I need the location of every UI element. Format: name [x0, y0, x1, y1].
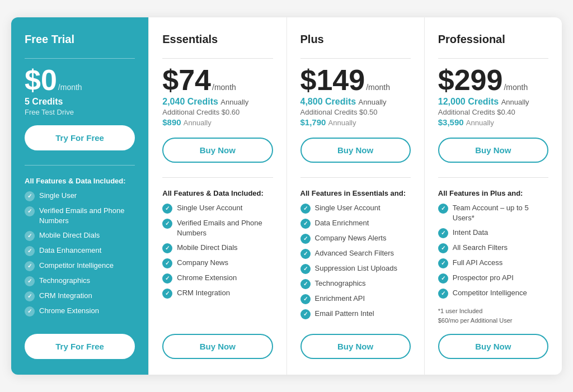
feature-text: Verified Emails and Phone Numbers	[39, 206, 135, 226]
list-item: Single User Account	[300, 203, 411, 214]
check-icon	[300, 234, 311, 244]
feature-text: Data Enhancement	[39, 245, 101, 256]
list-item: Chrome Extension	[25, 306, 135, 317]
feature-list-essentials: Single User AccountVerified Emails and P…	[162, 203, 273, 325]
list-item: Data Enhancement	[25, 245, 135, 256]
btn-bottom-plus[interactable]: Buy Now	[300, 334, 411, 359]
price-row-professional: $299/month	[438, 65, 548, 95]
features-heading-free-trial: All Features & Data Included:	[25, 177, 135, 185]
list-item: Competitor Intelligence	[25, 261, 135, 271]
list-item: Single User Account	[162, 203, 273, 214]
feature-text: Single User Account	[177, 203, 242, 213]
btn-bottom-free-trial[interactable]: Try For Free	[25, 334, 135, 359]
feature-text: Technographics	[39, 276, 90, 286]
btn-bottom-wrap-plus: Buy Now	[300, 325, 411, 359]
btn-bottom-professional[interactable]: Buy Now	[438, 334, 548, 359]
feature-list-plus: Single User AccountData EnrichmentCompan…	[300, 203, 411, 325]
feature-text: CRM Integration	[177, 288, 230, 298]
btn-top-essentials[interactable]: Buy Now	[162, 138, 273, 163]
annually-label-professional: Annually	[466, 119, 494, 127]
check-icon	[162, 258, 172, 268]
price-row-essentials: $74/month	[162, 65, 273, 95]
feature-text: All Search Filters	[453, 243, 508, 253]
feature-list-free-trial: Single UserVerified Emails and Phone Num…	[25, 191, 135, 325]
check-icon	[438, 258, 448, 268]
footnote-professional: *1 user Included $60/mo per Additional U…	[438, 306, 548, 325]
list-item: Company News	[162, 258, 273, 268]
feature-text: Team Account – up to 5 Users*	[453, 203, 548, 223]
divider-top-essentials	[162, 58, 273, 59]
features-heading-professional: All Features in Plus and:	[438, 189, 548, 197]
price-row-plus: $149/month	[300, 65, 411, 95]
check-icon	[300, 279, 311, 289]
check-icon	[438, 204, 448, 214]
list-item: Verified Emails and Phone Numbers	[25, 206, 135, 226]
list-item: Enrichment API	[300, 294, 411, 304]
list-item: All Search Filters	[438, 243, 548, 253]
credits-sub-free-trial: Free Test Drive	[25, 108, 135, 116]
feature-text: Data Enrichment	[315, 218, 369, 228]
feature-text: Enrichment API	[315, 294, 365, 304]
check-icon	[162, 219, 172, 229]
plan-name-professional: Professional	[438, 33, 548, 46]
divider-top-professional	[438, 58, 548, 59]
credits-main-plus: 4,800 Credits Annually	[300, 97, 411, 107]
check-icon	[438, 289, 448, 299]
check-icon	[25, 306, 35, 317]
features-heading-essentials: All Features & Data Included:	[162, 189, 273, 197]
list-item: Competitor Intelligence	[438, 288, 548, 299]
list-item: Data Enrichment	[300, 218, 411, 229]
check-icon	[300, 204, 311, 214]
feature-text: Intent Data	[453, 228, 489, 238]
price-amount-free-trial: $0	[25, 65, 57, 95]
list-item: Full API Access	[438, 258, 548, 268]
check-icon	[25, 206, 35, 216]
credits-main-essentials: 2,040 Credits Annually	[162, 97, 273, 107]
list-item: Advanced Search Filters	[300, 248, 411, 259]
divider-mid-essentials	[162, 177, 273, 178]
check-icon	[25, 246, 35, 256]
list-item: CRM Integration	[162, 288, 273, 299]
feature-text: Company News	[177, 258, 228, 268]
feature-list-professional: Team Account – up to 5 Users*Intent Data…	[438, 203, 548, 303]
feature-text: Competitor Intelligence	[39, 261, 114, 271]
feature-text: Email Pattern Intel	[315, 309, 374, 319]
check-icon	[300, 219, 311, 229]
plan-name-plus: Plus	[300, 33, 411, 46]
list-item: Single User	[25, 191, 135, 201]
feature-text: Prospector pro API	[453, 273, 514, 283]
annually-price-professional: $3,590	[438, 117, 466, 127]
list-item: Chrome Extension	[162, 273, 273, 284]
feature-text: Advanced Search Filters	[315, 248, 394, 258]
check-icon	[300, 294, 311, 304]
btn-bottom-wrap-professional: Buy Now	[438, 325, 548, 359]
feature-text: Suppression List Uploads	[315, 263, 397, 273]
credits-main-free-trial: 5 Credits	[25, 97, 135, 107]
btn-top-free-trial[interactable]: Try For Free	[25, 125, 135, 150]
btn-top-professional[interactable]: Buy Now	[438, 138, 548, 163]
feature-text: Technographics	[315, 278, 366, 289]
plan-card-essentials: Essentials$74/month2,040 Credits Annuall…	[149, 17, 286, 375]
pricing-container: Free Trial$0/month5 CreditsFree Test Dri…	[11, 17, 562, 375]
btn-bottom-essentials[interactable]: Buy Now	[162, 334, 273, 359]
annually-price-plus: $1,790	[300, 117, 328, 127]
list-item: Suppression List Uploads	[300, 263, 411, 274]
check-icon	[162, 289, 172, 299]
credits-sub-plus: Additional Credits $0.50	[300, 108, 411, 116]
price-amount-plus: $149	[300, 65, 365, 95]
price-period-essentials: /month	[212, 83, 236, 92]
price-period-plus: /month	[366, 83, 390, 92]
check-icon	[438, 228, 448, 238]
check-icon	[438, 273, 448, 284]
annually-row-essentials: $890 Annually	[162, 117, 273, 127]
annually-label-essentials: Annually	[184, 119, 212, 127]
divider-top-plus	[300, 58, 411, 59]
annually-row-plus: $1,790 Annually	[300, 117, 411, 127]
plan-card-professional: Professional$299/month12,000 Credits Ann…	[425, 17, 562, 375]
credits-main-professional: 12,000 Credits Annually	[438, 97, 548, 107]
list-item: Intent Data	[438, 228, 548, 238]
check-icon	[162, 243, 172, 253]
divider-top-free-trial	[25, 58, 135, 59]
list-item: Verified Emails and Phone Numbers	[162, 218, 273, 238]
btn-top-plus[interactable]: Buy Now	[300, 138, 411, 163]
